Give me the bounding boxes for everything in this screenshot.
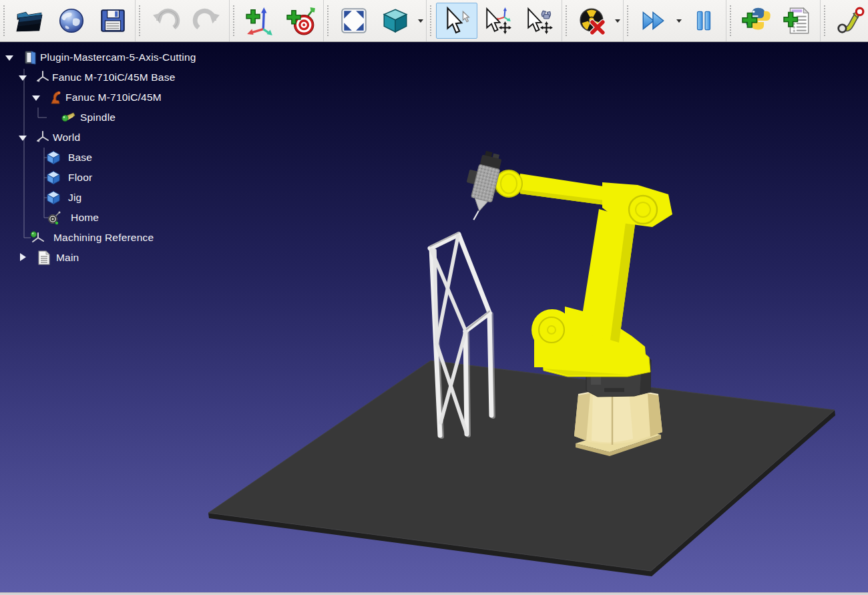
tree-item-label: Plugin-Mastercam-5-Axis-Cutting — [40, 47, 196, 67]
toolbar-drag-handle[interactable] — [139, 5, 143, 36]
view-cube-icon — [381, 6, 410, 35]
add-program-button[interactable] — [777, 3, 819, 39]
redo-button[interactable] — [186, 3, 228, 39]
move-frame-cursor-icon — [483, 6, 513, 35]
check-collisions-button[interactable] — [572, 3, 613, 39]
toolbar-group-history — [136, 0, 230, 41]
select-cursor-icon — [442, 6, 471, 35]
toolbar-group-collision — [562, 0, 624, 41]
toolbar-group-cursor — [427, 0, 562, 41]
move-robot-cursor-icon — [525, 6, 554, 35]
main-toolbar — [0, 0, 868, 42]
add-python-program-button[interactable] — [736, 3, 777, 39]
add-program-icon — [783, 6, 813, 35]
3d-viewport[interactable]: Plugin-Mastercam-5-Axis-Cutting Fanuc M-… — [0, 42, 868, 592]
tree-item-label: Floor — [68, 168, 92, 188]
tree-item-robot-base-frame[interactable]: Fanuc M-710iC/45M Base — [0, 67, 254, 87]
move-reference-button[interactable] — [477, 3, 519, 39]
movej-icon — [836, 6, 865, 35]
program-icon — [36, 250, 52, 266]
object-cube-icon — [45, 190, 61, 206]
object-cube-icon — [45, 170, 61, 186]
move-robot-button[interactable] — [519, 3, 560, 39]
toolbar-group-programs — [726, 0, 821, 41]
globe-icon — [57, 6, 86, 35]
view-dropdown[interactable] — [416, 3, 425, 39]
toolbar-drag-handle[interactable] — [566, 5, 570, 36]
tree-item-label: Machining Reference — [53, 228, 154, 248]
toolbar-drag-handle[interactable] — [233, 5, 237, 36]
isometric-view-button[interactable] — [375, 3, 416, 39]
tree-item-station[interactable]: Plugin-Mastercam-5-Axis-Cutting — [0, 47, 254, 67]
add-reference-frame-button[interactable] — [239, 3, 280, 39]
toolbar-drag-handle[interactable] — [327, 5, 331, 36]
undo-icon — [151, 6, 180, 35]
toolbar-drag-handle[interactable] — [3, 5, 7, 36]
save-icon — [98, 6, 128, 35]
station-tree: Plugin-Mastercam-5-Axis-Cutting Fanuc M-… — [0, 42, 254, 272]
toolbar-drag-handle[interactable] — [627, 5, 631, 36]
open-online-library-button[interactable] — [51, 3, 92, 39]
toolbar-group-moves — [821, 0, 868, 41]
tree-item-label: Jig — [68, 188, 81, 208]
tree-item-floor[interactable]: Floor — [0, 168, 254, 188]
tool-icon — [60, 110, 76, 126]
tree-item-label: Fanuc M-710iC/45M — [65, 87, 162, 108]
tree-item-home[interactable]: Home — [0, 208, 254, 228]
tree-item-spindle[interactable]: Spindle — [0, 108, 254, 128]
fast-simulation-button[interactable] — [633, 3, 674, 39]
move-joint-button[interactable] — [830, 3, 868, 39]
open-folder-icon — [15, 6, 45, 35]
collapse-arrow-icon[interactable] — [5, 55, 13, 61]
tree-item-base[interactable]: Base — [0, 148, 254, 168]
select-button[interactable] — [436, 3, 477, 39]
frame-icon — [35, 130, 51, 146]
tree-item-label: Main — [56, 248, 79, 268]
fanuc-m710ic-robot[interactable] — [494, 170, 672, 377]
fit-all-icon — [339, 6, 369, 35]
toolbar-drag-handle[interactable] — [430, 5, 434, 36]
tree-item-label: Base — [68, 148, 92, 168]
tree-item-label: Fanuc M-710iC/45M Base — [52, 67, 175, 87]
station-icon — [23, 49, 39, 65]
target-icon — [46, 210, 62, 226]
add-target-button[interactable] — [280, 3, 322, 39]
pause-simulation-button[interactable] — [683, 3, 724, 39]
frame-icon — [35, 69, 51, 85]
toolbar-group-simulation — [624, 0, 726, 41]
save-station-button[interactable] — [92, 3, 134, 39]
toolbar-group-file — [0, 0, 136, 41]
tree-item-label: Spindle — [80, 108, 116, 128]
undo-button[interactable] — [145, 3, 186, 39]
collapse-arrow-icon[interactable] — [32, 95, 40, 101]
tree-item-robot[interactable]: Fanuc M-710iC/45M — [0, 87, 254, 108]
window-bottom-border — [0, 592, 868, 595]
tree-item-label: World — [53, 128, 80, 148]
redo-icon — [192, 6, 222, 35]
robot-icon — [48, 89, 64, 106]
tree-item-world[interactable]: World — [0, 128, 254, 148]
toolbar-group-add-items — [230, 0, 324, 41]
toolbar-drag-handle[interactable] — [824, 5, 828, 36]
open-station-button[interactable] — [9, 3, 51, 39]
tree-item-main-program[interactable]: Main — [0, 248, 254, 268]
collision-icon — [578, 6, 607, 35]
add-target-icon — [286, 6, 316, 35]
collapse-arrow-icon[interactable] — [19, 136, 27, 141]
tree-item-machining-reference[interactable]: Machining Reference — [0, 228, 254, 248]
expand-arrow-icon[interactable] — [20, 253, 26, 261]
pause-icon — [689, 6, 718, 35]
tree-item-jig[interactable]: Jig — [0, 188, 254, 208]
toolbar-drag-handle[interactable] — [730, 5, 734, 36]
collision-dropdown[interactable] — [613, 3, 622, 39]
simulation-speed-dropdown[interactable] — [674, 3, 683, 39]
add-frame-icon — [245, 6, 274, 35]
toolbar-group-view — [324, 0, 427, 41]
robodk-window: Plugin-Mastercam-5-Axis-Cutting Fanuc M-… — [0, 0, 868, 595]
collapse-arrow-icon[interactable] — [19, 75, 27, 81]
fast-forward-icon — [639, 6, 668, 35]
floor-plate[interactable] — [208, 361, 835, 576]
add-python-icon — [742, 6, 771, 35]
tree-item-label: Home — [71, 208, 99, 228]
fit-all-button[interactable] — [333, 3, 375, 39]
